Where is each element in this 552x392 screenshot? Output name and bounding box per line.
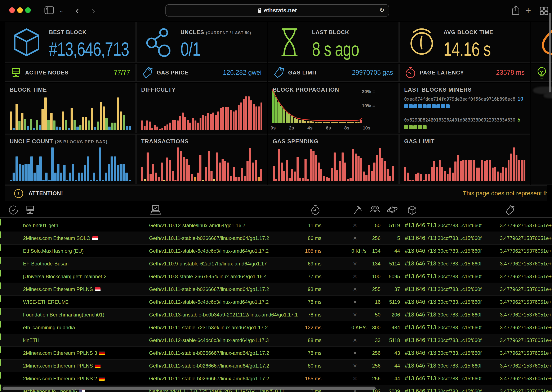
bar	[44, 98, 47, 130]
last-block-number: #13,646,713	[405, 360, 436, 372]
share-icon[interactable]	[512, 6, 519, 15]
stat-label: GAS LIMIT	[288, 70, 317, 76]
stat-label: ACTIVE NODES	[25, 70, 68, 76]
node-name: 2Miners.com Ethereum PPLNS	[23, 283, 100, 295]
bar	[253, 104, 255, 130]
client-column-icon[interactable]	[150, 205, 161, 215]
bar	[220, 108, 222, 130]
flag-sg-icon	[95, 287, 100, 291]
bar	[368, 165, 370, 181]
bar	[90, 180, 92, 181]
pending-count: 484	[381, 321, 400, 334]
bar	[129, 126, 131, 130]
bar	[73, 120, 76, 130]
window-zoom-button[interactable]	[25, 7, 31, 13]
mining-column-icon[interactable]	[352, 205, 362, 215]
pin-check-icon[interactable]	[8, 205, 18, 215]
bar	[172, 171, 174, 181]
not-mining-icon: ×	[344, 296, 366, 308]
marquee-text: This page does not represent the	[463, 190, 547, 197]
last-block-number: #13,646,713	[405, 385, 436, 392]
bar	[521, 160, 523, 181]
bar	[96, 180, 98, 181]
peers-column-icon[interactable]	[370, 205, 380, 214]
node-latency: 69 ms	[289, 258, 322, 270]
bar	[431, 167, 433, 181]
sidebar-toggle-icon[interactable]	[44, 6, 54, 14]
x-tick: 10s	[363, 125, 370, 131]
bar	[194, 177, 196, 181]
chart-title: UNCLE COUNT (25 BLOCKS PER BAR)	[10, 138, 108, 145]
bar	[194, 120, 196, 130]
bar	[323, 176, 325, 181]
peers-count: 256	[367, 360, 380, 372]
miner-address[interactable]: 0x829BD824B016326A401d083B33D092293333A8…	[404, 118, 515, 123]
bar	[326, 177, 328, 181]
bar	[76, 126, 79, 130]
horizontal-scrollbar[interactable]	[2, 386, 376, 390]
bar	[336, 170, 338, 181]
bar	[235, 111, 237, 130]
bar	[328, 178, 330, 181]
table-row: 2Miners.com Ethereum PPLNS 2Geth/v1.10.1…	[0, 372, 552, 385]
miner-address[interactable]: 0xea674fdde714fd979de3edf0f56aa9716b898e…	[404, 97, 515, 102]
block-column-icon[interactable]	[407, 205, 417, 216]
bar	[174, 120, 176, 130]
node-column-icon[interactable]	[25, 205, 35, 215]
latency-column-icon[interactable]	[310, 205, 320, 215]
bar	[516, 155, 518, 181]
bar	[439, 160, 441, 181]
bar	[320, 169, 323, 181]
bar	[166, 125, 168, 130]
address-bar[interactable]: ethstats.net ↻	[165, 4, 389, 16]
bar	[318, 162, 320, 181]
window-minimize-button[interactable]	[17, 7, 23, 13]
bar	[161, 162, 163, 181]
bar	[331, 168, 333, 181]
chevron-down-icon[interactable]: ⌄	[59, 0, 64, 21]
best-block-value: #13,646,713	[49, 38, 129, 60]
chart-gas-spending: GAS SPENDING	[268, 134, 399, 184]
bar	[258, 106, 260, 130]
transactions-bars	[141, 147, 262, 181]
bar	[126, 126, 128, 130]
client-version: Geth/v1.10.12-stable/linux-amd64/go1.16.…	[149, 219, 245, 231]
client-version: Geth/v1.10.13-unstable-bc0b34a9-20211112…	[149, 308, 298, 321]
table-row: [Universa Blockchain] geth-mainnet-2Geth…	[0, 270, 552, 283]
bar	[24, 164, 27, 181]
difficulty-column-icon[interactable]	[505, 205, 515, 216]
hashrate-value: 0 KH/s	[344, 321, 366, 334]
vertical-scrollbar[interactable]	[549, 13, 551, 92]
not-mining-icon: ×	[344, 258, 366, 270]
peers-count: 100	[367, 270, 380, 283]
miner-entry: 0xea674fdde714fd979de3edf0f56aa9716b898e…	[404, 96, 523, 108]
back-button[interactable]: ‹	[75, 0, 79, 21]
block-hash: 30ccf783...c15f660f	[438, 296, 481, 308]
bar	[222, 107, 224, 130]
node-monitor-icon	[10, 67, 21, 78]
bar	[205, 167, 207, 181]
pending-count: 5	[381, 232, 400, 244]
attention-bar: ! ATTENTION! This page does not represen…	[5, 185, 547, 201]
bar	[182, 112, 184, 130]
bar	[352, 149, 354, 181]
bar	[278, 149, 280, 181]
reload-icon[interactable]: ↻	[379, 6, 385, 14]
bar	[240, 103, 242, 130]
bar	[381, 158, 383, 181]
forward-button[interactable]: ›	[92, 0, 95, 21]
window-close-button[interactable]	[9, 7, 15, 13]
last-block-number: #13,646,713	[405, 245, 436, 257]
block-hash: 30ccf783...c15f660f	[438, 258, 481, 270]
node-status-icon	[0, 295, 1, 302]
bar	[10, 180, 12, 181]
client-version: Geth/v1.10.12-stable-6c4dc6c3/linux-amd6…	[149, 296, 269, 308]
bar	[245, 97, 247, 130]
tab-overview-icon[interactable]	[540, 7, 548, 15]
bar	[205, 116, 207, 130]
bar	[441, 167, 443, 181]
pending-column-icon[interactable]	[387, 205, 398, 214]
node-name: [Universa Blockchain] geth-mainnet-2	[23, 270, 107, 283]
bar	[208, 151, 210, 181]
new-tab-button[interactable]: +	[525, 0, 531, 21]
